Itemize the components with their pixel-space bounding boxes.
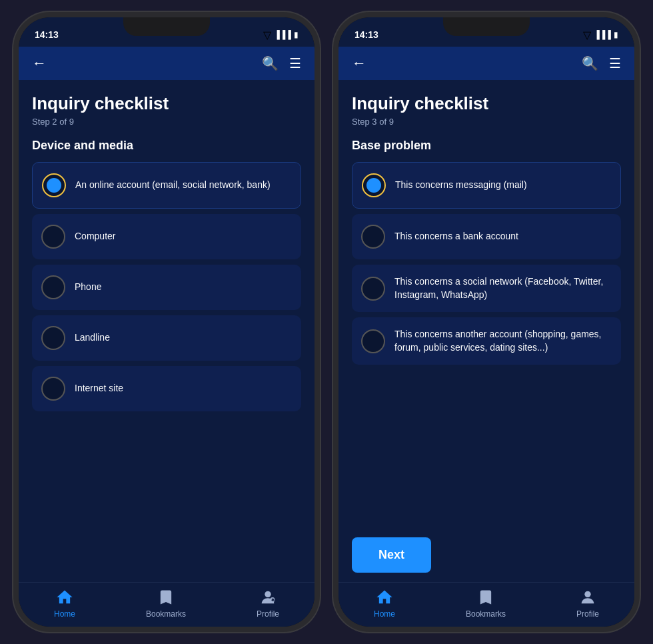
back-button-1[interactable]: ← <box>32 55 47 72</box>
option-text-another-account: This concerns another account (shopping,… <box>394 328 612 354</box>
nav-profile-2[interactable]: Profile <box>576 588 599 619</box>
option-text-online-account: An online account (email, social network… <box>75 179 271 192</box>
next-button[interactable]: Next <box>352 537 431 573</box>
radio-landline <box>41 326 65 350</box>
nav-home-label-1: Home <box>54 609 75 619</box>
option-text-landline: Landline <box>75 331 110 345</box>
nav-bookmarks-label-2: Bookmarks <box>466 609 506 619</box>
nav-bookmarks-2[interactable]: Bookmarks <box>466 588 506 619</box>
nav-header-2: ← 🔍 ☰ <box>338 47 634 80</box>
nav-profile-label-1: Profile <box>257 609 279 619</box>
status-time-1: 14:13 <box>35 29 59 40</box>
option-text-bank-account: This concerns a bank account <box>394 230 518 243</box>
phone-1-screen: 14:13 ▽ ▐▐▐ ▮ ← 🔍 ☰ Inquiry checklist St… <box>19 17 315 627</box>
nav-profile-label-2: Profile <box>576 609 599 619</box>
radio-phone <box>41 275 65 299</box>
status-icons-1: ▽ ▐▐▐ ▮ <box>263 29 299 41</box>
menu-icon-2[interactable]: ☰ <box>609 55 621 71</box>
option-text-social-network: This concerns a social network (Facebook… <box>394 275 612 301</box>
content-1: Inquiry checklist Step 2 of 9 Device and… <box>19 80 315 582</box>
battery-icon-1: ▮ <box>294 30 299 39</box>
section-title-1: Device and media <box>32 139 301 153</box>
phone-1-frame: 14:13 ▽ ▐▐▐ ▮ ← 🔍 ☰ Inquiry checklist St… <box>13 12 320 632</box>
svg-text:✱: ✱ <box>271 598 275 602</box>
back-button-2[interactable]: ← <box>352 55 366 72</box>
option-messaging[interactable]: This concerns messaging (mail) <box>352 162 621 209</box>
radio-online-account <box>42 173 66 197</box>
option-text-phone: Phone <box>75 281 101 294</box>
option-computer[interactable]: Computer <box>32 214 301 259</box>
home-icon-2 <box>375 588 394 607</box>
nav-actions-2: 🔍 ☰ <box>582 55 621 71</box>
profile-icon-2 <box>578 588 597 607</box>
radio-social-network <box>361 277 385 301</box>
notch-1 <box>123 17 210 36</box>
radio-inner-messaging <box>366 178 381 193</box>
phone-1: 14:13 ▽ ▐▐▐ ▮ ← 🔍 ☰ Inquiry checklist St… <box>13 12 320 632</box>
search-icon-2[interactable]: 🔍 <box>582 55 598 71</box>
battery-icon-2: ▮ <box>614 30 618 39</box>
option-online-account[interactable]: An online account (email, social network… <box>32 162 301 209</box>
radio-computer <box>41 225 65 249</box>
status-time-2: 14:13 <box>354 29 378 40</box>
option-text-computer: Computer <box>75 230 115 243</box>
nav-home-1[interactable]: Home <box>54 588 75 619</box>
nav-actions-1: 🔍 ☰ <box>262 55 301 71</box>
profile-icon-1: ✱ <box>259 588 277 607</box>
option-another-account[interactable]: This concerns another account (shopping,… <box>352 317 621 365</box>
phone-2-frame: 14:13 ▽ ▐▐▐ ▮ ← 🔍 ☰ Inquiry checklist St… <box>333 12 640 632</box>
bookmark-icon-1 <box>157 588 175 607</box>
notch-2 <box>443 17 530 36</box>
nav-home-2[interactable]: Home <box>374 588 395 619</box>
radio-another-account <box>361 329 385 353</box>
bookmark-icon-2 <box>476 588 495 607</box>
radio-messaging <box>362 173 386 197</box>
wifi-icon-2: ▽ <box>583 29 591 41</box>
search-icon-1[interactable]: 🔍 <box>262 55 279 71</box>
page-step-1: Step 2 of 9 <box>32 117 301 127</box>
nav-bookmarks-1[interactable]: Bookmarks <box>146 588 186 619</box>
section-title-2: Base problem <box>352 139 621 153</box>
option-phone[interactable]: Phone <box>32 265 301 310</box>
option-text-internet-site: Internet site <box>75 382 123 395</box>
option-bank-account[interactable]: This concerns a bank account <box>352 214 621 259</box>
option-landline[interactable]: Landline <box>32 315 301 361</box>
svg-point-0 <box>265 591 271 597</box>
home-icon-1 <box>55 588 74 607</box>
phone-2-screen: 14:13 ▽ ▐▐▐ ▮ ← 🔍 ☰ Inquiry checklist St… <box>338 17 634 627</box>
radio-bank-account <box>361 225 385 249</box>
wifi-icon-1: ▽ <box>263 29 271 41</box>
option-social-network[interactable]: This concerns a social network (Facebook… <box>352 265 621 312</box>
nav-profile-1[interactable]: ✱ Profile <box>257 588 279 619</box>
page-step-2: Step 3 of 9 <box>352 117 621 127</box>
signal-icon-2: ▐▐▐ <box>594 30 611 39</box>
option-list-2: This concerns messaging (mail) This conc… <box>352 162 621 528</box>
radio-inner-online-account <box>47 178 61 193</box>
nav-home-label-2: Home <box>374 609 395 619</box>
option-list-1: An online account (email, social network… <box>32 162 301 582</box>
radio-internet-site <box>41 377 65 401</box>
status-icons-2: ▽ ▐▐▐ ▮ <box>583 29 618 41</box>
bottom-nav-1: Home Bookmarks ✱ Profile <box>19 582 315 627</box>
phone-2: 14:13 ▽ ▐▐▐ ▮ ← 🔍 ☰ Inquiry checklist St… <box>333 12 640 632</box>
nav-header-1: ← 🔍 ☰ <box>19 47 315 80</box>
signal-icon-1: ▐▐▐ <box>274 30 291 39</box>
menu-icon-1[interactable]: ☰ <box>289 55 301 71</box>
content-2: Inquiry checklist Step 3 of 9 Base probl… <box>338 80 634 582</box>
page-title-2: Inquiry checklist <box>352 93 621 114</box>
option-text-messaging: This concerns messaging (mail) <box>395 179 527 192</box>
option-internet-site[interactable]: Internet site <box>32 366 301 411</box>
svg-point-3 <box>584 591 590 597</box>
page-title-1: Inquiry checklist <box>32 93 301 114</box>
nav-bookmarks-label-1: Bookmarks <box>146 609 186 619</box>
bottom-nav-2: Home Bookmarks Profile <box>338 582 634 627</box>
